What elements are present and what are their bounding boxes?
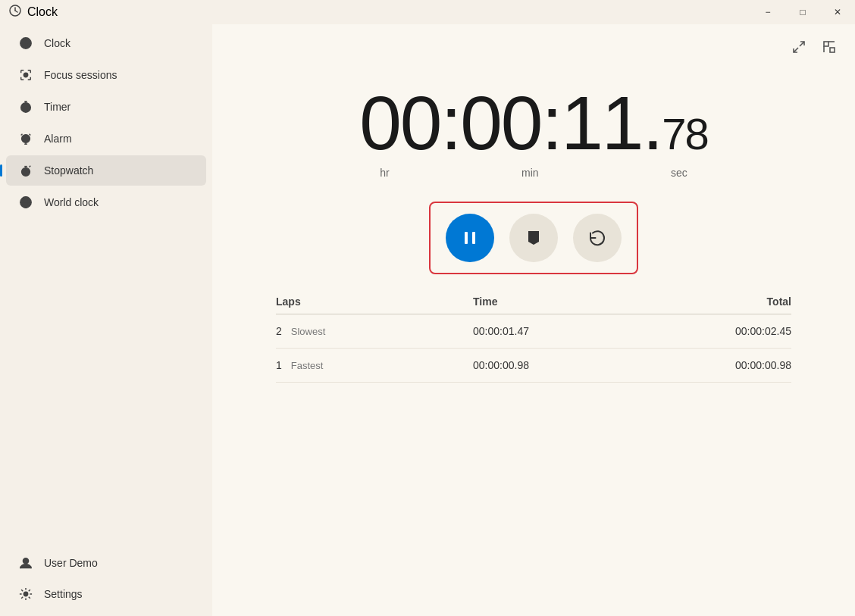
titlebar: Clock − □ ✕ — [0, 0, 855, 24]
sidebar-item-settings[interactable]: Settings — [6, 579, 206, 609]
focus-icon — [18, 67, 33, 83]
col-header-time: Time — [473, 295, 632, 308]
row2-time: 00:00:00.98 — [473, 359, 632, 371]
label-sec: sec — [671, 167, 687, 179]
col-header-laps: Laps — [276, 295, 473, 308]
titlebar-controls: − □ ✕ — [750, 0, 855, 24]
svg-rect-29 — [465, 232, 468, 244]
svg-line-17 — [30, 166, 31, 167]
label-min: min — [521, 167, 539, 179]
svg-line-11 — [21, 134, 23, 136]
laps-table: Laps Time Total 2 Slowest 00:00:01.47 00… — [276, 289, 791, 383]
sidebar-item-worldclock[interactable]: World clock — [6, 187, 206, 217]
sidebar-label-worldclock: World clock — [44, 196, 99, 208]
sidebar-label-clock: Clock — [44, 37, 70, 49]
app-icon — [9, 5, 21, 20]
time-digits: 00:00:11.78 — [359, 85, 708, 161]
svg-point-4 — [23, 73, 27, 77]
time-seconds-main: 11 — [561, 85, 642, 161]
settings-icon — [18, 586, 33, 602]
sidebar-item-alarm[interactable]: Alarm — [6, 124, 206, 154]
svg-rect-26 — [830, 48, 835, 52]
table-row: 1 Fastest 00:00:00.98 00:00:00.98 — [276, 349, 791, 383]
controls-area — [429, 202, 638, 274]
clock-icon — [18, 36, 33, 51]
lap-button[interactable] — [509, 214, 558, 262]
svg-line-24 — [794, 48, 798, 52]
time-separator: . — [642, 85, 662, 161]
row1-time: 00:00:01.47 — [473, 325, 632, 337]
stopwatch-icon — [18, 163, 33, 178]
row2-badge: Fastest — [291, 360, 324, 371]
svg-line-12 — [30, 134, 31, 136]
maximize-button[interactable]: □ — [785, 0, 820, 24]
sidebar-item-clock[interactable]: Clock — [6, 28, 206, 58]
svg-point-22 — [23, 592, 27, 596]
row2-laps: 1 Fastest — [276, 359, 473, 371]
label-hr: hr — [380, 167, 389, 179]
stopwatch-display: 00:00:11.78 hr min sec — [314, 85, 753, 179]
sidebar: Clock Focus sessions — [0, 24, 212, 616]
sidebar-item-focus[interactable]: Focus sessions — [6, 60, 206, 90]
expand-controls — [788, 36, 840, 58]
titlebar-title: Clock — [27, 5, 58, 19]
sidebar-item-timer[interactable]: Timer — [6, 92, 206, 122]
svg-rect-30 — [472, 232, 475, 244]
main-content: 00:00:11.78 hr min sec — [212, 24, 855, 616]
time-hours: 00:00: — [359, 85, 561, 161]
sidebar-label-alarm: Alarm — [44, 133, 72, 145]
svg-rect-25 — [824, 42, 828, 46]
row2-num: 1 — [276, 359, 282, 371]
titlebar-left: Clock — [9, 5, 58, 20]
reset-button[interactable] — [573, 214, 622, 262]
alarm-icon — [18, 131, 33, 146]
sidebar-label-stopwatch: Stopwatch — [44, 164, 93, 177]
close-button[interactable]: ✕ — [820, 0, 855, 24]
sidebar-bottom: User Demo Settings — [0, 547, 212, 616]
row1-laps: 2 Slowest — [276, 325, 473, 337]
pause-button[interactable] — [446, 214, 494, 262]
col-header-total: Total — [632, 295, 791, 308]
row2-total: 00:00:00.98 — [632, 359, 791, 371]
expand-button[interactable] — [788, 36, 810, 58]
sidebar-label-timer: Timer — [44, 101, 70, 113]
sidebar-item-stopwatch[interactable]: Stopwatch — [6, 155, 206, 186]
app-body: Clock Focus sessions — [0, 24, 855, 616]
table-row: 2 Slowest 00:00:01.47 00:00:02.45 — [276, 314, 791, 349]
row1-total: 00:00:02.45 — [632, 325, 791, 337]
svg-point-21 — [23, 558, 28, 564]
sidebar-label-user: User Demo — [44, 557, 98, 569]
sidebar-label-focus: Focus sessions — [44, 69, 117, 81]
compact-button[interactable] — [819, 36, 840, 58]
sidebar-label-settings: Settings — [44, 588, 83, 600]
svg-line-23 — [800, 42, 804, 46]
minimize-button[interactable]: − — [750, 0, 785, 24]
sidebar-item-user[interactable]: User Demo — [6, 548, 206, 578]
timer-icon — [18, 99, 33, 114]
row1-badge: Slowest — [291, 326, 326, 337]
time-labels: hr min sec — [314, 167, 753, 179]
time-centiseconds: 78 — [662, 112, 708, 156]
svg-line-2 — [15, 11, 17, 12]
laps-header: Laps Time Total — [276, 289, 791, 314]
user-icon — [18, 555, 33, 571]
worldclock-icon — [18, 195, 33, 210]
row1-num: 2 — [276, 325, 282, 337]
